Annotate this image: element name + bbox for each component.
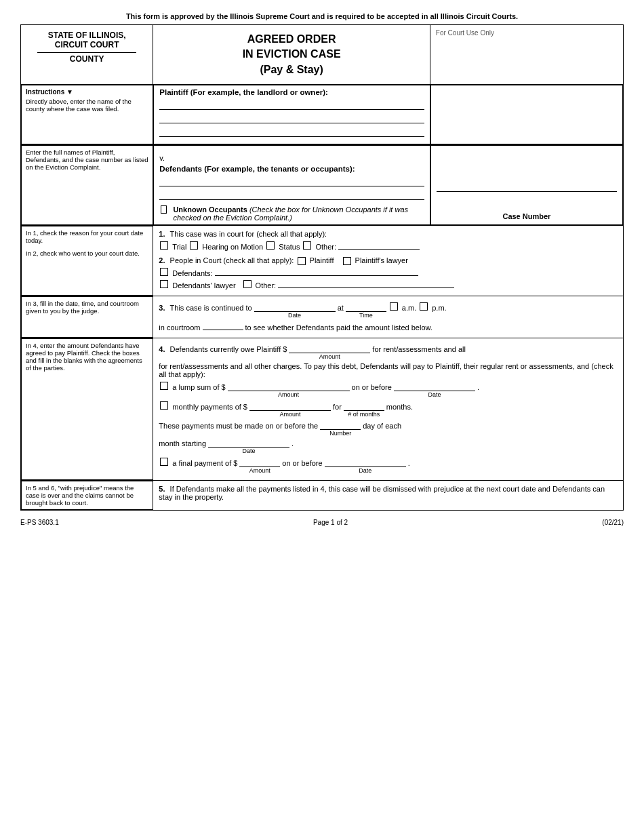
lump-sum-date-field[interactable]: [394, 382, 475, 391]
defendants-name-field[interactable]: [215, 267, 418, 276]
section-4-number: 4.: [159, 345, 165, 353]
period-1: .: [477, 383, 479, 391]
amount-label-3: Amount: [249, 411, 331, 418]
period-3: .: [408, 459, 410, 467]
date-label-3: Date: [254, 312, 336, 319]
defendants-lawyer-checkbox[interactable]: [160, 280, 168, 288]
document-title: AGREED ORDER IN EVICTION CASE (Pay & Sta…: [153, 25, 430, 84]
time-label: Time: [346, 312, 386, 319]
on-or-before-text-2: on or before: [282, 459, 322, 467]
final-payment-text: a final payment of: [172, 459, 231, 467]
monthly-checkbox[interactable]: [160, 401, 168, 410]
header-left: STATE OF ILLINOIS, CIRCUIT COURT COUNTY: [21, 25, 153, 84]
final-date-field[interactable]: [325, 458, 406, 467]
section-2-number: 2.: [159, 256, 165, 264]
defendant-field-2[interactable]: [159, 191, 424, 200]
month-starting-text: month starting: [159, 439, 206, 448]
plaintiff-label: Plaintiff (For example, the landlord or …: [159, 88, 424, 96]
plaintiffs-lawyer-checkbox[interactable]: [343, 257, 351, 265]
other1-checkbox[interactable]: [303, 241, 311, 250]
defendant-field-1[interactable]: [159, 177, 424, 186]
number-label: Number: [320, 430, 361, 437]
section-5-number: 5.: [159, 485, 165, 493]
circuit-court-line: CIRCUIT COURT: [25, 40, 148, 49]
other1-field[interactable]: [338, 241, 420, 250]
case-number-field[interactable]: [437, 182, 617, 192]
plaintiff-field-2[interactable]: [159, 114, 424, 123]
courtroom-field[interactable]: [203, 321, 243, 330]
final-payment-checkbox[interactable]: [160, 458, 168, 466]
section-2-text: People in Court (check all that apply):: [170, 256, 294, 264]
instructions-text-2: Enter the full names of Plaintiff, Defen…: [26, 148, 148, 171]
defendants-checkbox[interactable]: [160, 268, 168, 276]
to-see-text: to see whether Defendants paid the amoun…: [245, 323, 432, 332]
section-3-content: 3. This case is continued to Date at Tim…: [153, 296, 623, 338]
date-label-4b: Date: [208, 448, 289, 454]
unknown-occupants-row: Unknown Occupants (Check the box for Unk…: [159, 205, 424, 222]
am-checkbox[interactable]: [390, 302, 398, 311]
amount-label-4: Amount: [239, 467, 280, 474]
other1-label: Other:: [315, 243, 336, 251]
instructions-plaintiff: Instructions ▼ Directly above, enter the…: [21, 85, 153, 144]
defendants-label: Defendants (For example, the tenants or …: [159, 165, 424, 173]
unknown-occupants-checkbox[interactable]: [161, 205, 167, 214]
months-text: months.: [386, 403, 413, 411]
plaintiff-field-3[interactable]: [159, 127, 424, 137]
instructions-2-text: In 2, check who went to your court date.: [26, 250, 148, 257]
for-rent-text: for rent/assessments and all: [372, 345, 466, 353]
instructions-defendants: Enter the full names of Plaintiff, Defen…: [21, 145, 153, 225]
case-number-label: Case Number: [437, 212, 617, 220]
lump-sum-amount-field[interactable]: [228, 382, 350, 391]
county-line-label: COUNTY: [25, 54, 148, 64]
hearing-label: Hearing on Motion: [202, 243, 263, 251]
am-label: a.m.: [402, 304, 416, 312]
top-notice: This form is approved by the Illinois Su…: [20, 12, 624, 20]
plaintiff-check-label: Plaintiff: [310, 256, 334, 264]
amount-label-1: Amount: [289, 353, 370, 360]
unknown-occupants-label: Unknown Occupants: [173, 205, 247, 214]
section-5-text: If Defendants make all the payments list…: [159, 485, 605, 501]
section-4-content: 4. Defendants currently owe Plaintiff $ …: [153, 338, 623, 480]
on-or-before-text-1: on or before: [352, 383, 392, 391]
at-text: at: [338, 304, 344, 312]
other-charges-text: for rent/assessments and all other charg…: [159, 362, 613, 378]
defendants-lawyer-label: Defendants' lawyer: [172, 281, 235, 290]
dollar-sign-1: $: [283, 345, 287, 353]
pm-checkbox[interactable]: [420, 302, 428, 311]
dollar-sign-3: $: [243, 403, 247, 411]
num-months-field[interactable]: [344, 402, 384, 411]
other2-field[interactable]: [278, 279, 454, 288]
instructions-section-5: In 5 and 6, "with prejudice" means the c…: [21, 481, 153, 510]
court-use-only: For Court Use Only: [430, 25, 623, 84]
plaintiff-field-1[interactable]: [159, 100, 424, 110]
page-number: Page 1 of 2: [313, 519, 348, 526]
continued-date-field[interactable]: [254, 303, 336, 312]
instructions-header: Instructions ▼: [26, 88, 148, 96]
final-amount-field[interactable]: [239, 458, 280, 467]
plaintiff-checkbox[interactable]: [298, 257, 306, 265]
instructions-1-text: In 1, check the reason for your court da…: [26, 229, 148, 244]
lump-sum-text: a lump sum of: [172, 383, 219, 391]
case-number-section: Case Number: [430, 145, 623, 225]
monthly-amount-field[interactable]: [249, 402, 331, 411]
month-starting-date-field[interactable]: [208, 439, 289, 448]
day-number-field[interactable]: [320, 421, 361, 430]
status-checkbox[interactable]: [266, 241, 275, 250]
owed-amount-field[interactable]: [289, 344, 370, 353]
other2-checkbox[interactable]: [243, 280, 251, 288]
form-number: E-PS 3603.1: [20, 519, 59, 526]
trial-checkbox[interactable]: [160, 241, 168, 250]
time-field[interactable]: [346, 303, 386, 312]
instructions-section-4: In 4, enter the amount Defendants have a…: [21, 338, 153, 480]
instructions-section-3: In 3, fill in the date, time, and courtr…: [21, 296, 153, 338]
status-label: Status: [279, 243, 300, 251]
instructions-section-1-2: In 1, check the reason for your court da…: [21, 226, 153, 296]
other2-label: Other:: [256, 281, 277, 290]
state-line: STATE OF ILLINOIS,: [25, 31, 148, 40]
hearing-checkbox[interactable]: [190, 241, 198, 250]
amount-label-2: Amount: [228, 391, 350, 398]
dollar-sign-2: $: [221, 383, 225, 391]
lump-sum-checkbox[interactable]: [160, 382, 168, 390]
section-1-number: 1.: [159, 230, 165, 238]
trial-label: Trial: [172, 243, 186, 251]
